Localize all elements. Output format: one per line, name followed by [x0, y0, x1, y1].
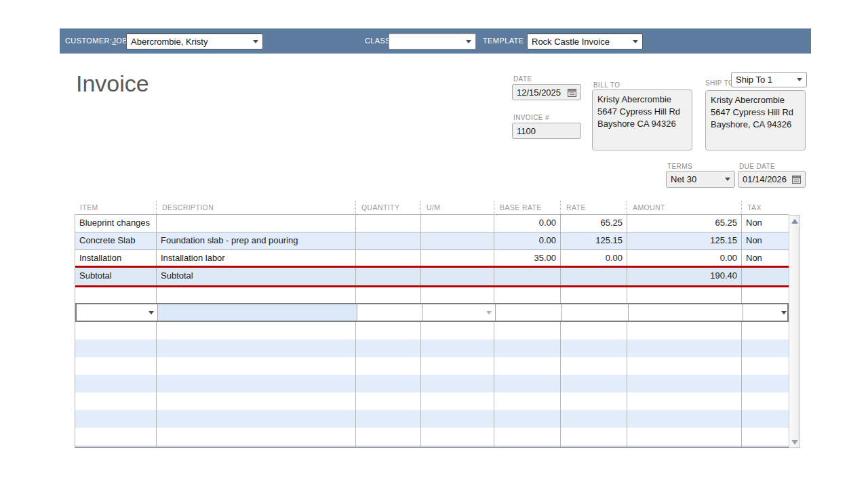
column-header-quantity[interactable]: QUANTITY [355, 201, 420, 214]
page-title: Invoice [76, 70, 149, 97]
table-row-empty[interactable] [75, 357, 789, 375]
invoice-number-label: INVOICE # [513, 114, 549, 121]
bill-to-line: Kristy Abercrombie [597, 94, 687, 106]
table-row-empty[interactable] [75, 428, 789, 445]
scroll-down-icon [791, 440, 798, 445]
um-select-cell[interactable] [422, 304, 496, 321]
table-row-empty[interactable] [75, 410, 789, 428]
rate-cell[interactable] [562, 304, 629, 321]
scroll-up-button[interactable] [789, 216, 800, 226]
column-header-base-rate[interactable]: BASE RATE [494, 201, 560, 214]
calendar-icon[interactable] [792, 175, 801, 184]
table-row[interactable]: Installation Installation labor 35.00 0.… [75, 250, 789, 268]
chevron-down-icon[interactable] [797, 78, 802, 81]
scroll-up-icon [791, 219, 798, 224]
column-header-tax[interactable]: TAX [741, 201, 789, 214]
scroll-down-button[interactable] [789, 436, 800, 447]
bill-to-label: BILL TO [593, 81, 620, 89]
table-row-empty[interactable] [75, 375, 789, 392]
ship-to-line: 5647 Cypress Hill Rd [711, 106, 800, 119]
table-scrollbar[interactable] [789, 215, 800, 448]
table-row-empty[interactable] [75, 392, 789, 410]
table-row[interactable]: Concrete Slab Foundation slab - prep and… [75, 232, 789, 250]
description-cell[interactable] [158, 304, 357, 321]
chevron-down-icon[interactable] [466, 40, 471, 43]
column-header-item[interactable]: ITEM [75, 201, 156, 214]
table-row-subtotal-highlighted[interactable]: Subtotal Subtotal 190.40 [75, 268, 789, 285]
chevron-down-icon[interactable] [725, 178, 730, 181]
item-select-cell[interactable] [77, 304, 158, 321]
due-date-value: 01/14/2026 [743, 174, 787, 184]
table-row-empty[interactable] [75, 285, 789, 303]
column-header-rate[interactable]: RATE [560, 201, 627, 214]
customer-job-label: CUSTOMER:JOB [65, 37, 127, 45]
tax-select-cell[interactable] [743, 304, 789, 321]
chevron-down-icon[interactable] [149, 311, 154, 314]
items-table-header: ITEM DESCRIPTION QUANTITY U/M BASE RATE … [75, 201, 789, 214]
chevron-down-icon[interactable] [633, 40, 638, 43]
ship-to-selected: Ship To 1 [736, 75, 772, 85]
invoice-number-value: 1100 [517, 126, 536, 136]
ship-to-box[interactable]: Kristy Abercrombie 5647 Cypress Hill Rd … [705, 90, 806, 150]
template-label: TEMPLATE [483, 37, 524, 45]
chevron-down-icon[interactable] [253, 40, 258, 43]
table-row-empty[interactable] [75, 322, 789, 340]
form-header-bar: CUSTOMER:JOB Abercrombie, Kristy CLASS T… [60, 28, 811, 54]
bill-to-box[interactable]: Kristy Abercrombie 5647 Cypress Hill Rd … [592, 89, 692, 150]
terms-label: TERMS [667, 163, 692, 170]
items-table: Blueprint changes 0.00 65.25 65.25 Non C… [75, 214, 789, 448]
base-rate-cell[interactable] [496, 304, 562, 321]
table-row-empty[interactable] [75, 445, 789, 448]
table-row-empty[interactable] [75, 340, 789, 357]
calendar-icon[interactable] [568, 88, 576, 97]
bill-to-line: Bayshore CA 94326 [597, 118, 687, 130]
terms-dropdown[interactable]: Net 30 [666, 171, 735, 188]
date-field[interactable]: 12/15/2025 [512, 84, 581, 100]
chevron-down-icon[interactable] [486, 311, 492, 314]
date-label: DATE [513, 75, 532, 83]
column-header-description[interactable]: DESCRIPTION [156, 201, 355, 214]
ship-to-line: Kristy Abercrombie [711, 94, 800, 106]
invoice-number-field[interactable]: 1100 [512, 123, 581, 139]
customer-job-value: Abercrombie, Kristy [131, 37, 208, 47]
ship-to-line: Bayshore, CA 94326 [711, 119, 800, 131]
due-date-label: DUE DATE [739, 163, 775, 170]
chevron-down-icon[interactable] [781, 311, 787, 314]
template-value: Rock Castle Invoice [532, 37, 610, 47]
date-value: 12/15/2025 [517, 87, 561, 98]
template-dropdown[interactable]: Rock Castle Invoice [527, 33, 643, 49]
table-row-active-edit[interactable] [75, 303, 789, 322]
class-label: CLASS [365, 37, 391, 45]
ship-to-dropdown[interactable]: Ship To 1 [731, 72, 807, 87]
column-header-um[interactable]: U/M [420, 201, 494, 214]
column-header-amount[interactable]: AMOUNT [627, 201, 741, 214]
due-date-field[interactable]: 01/14/2026 [738, 171, 806, 188]
class-dropdown[interactable] [389, 33, 476, 49]
bill-to-line: 5647 Cypress Hill Rd [597, 106, 687, 118]
table-row[interactable]: Blueprint changes 0.00 65.25 65.25 Non [75, 215, 789, 232]
quantity-cell[interactable] [357, 304, 422, 321]
customer-job-dropdown[interactable]: Abercrombie, Kristy [126, 33, 263, 49]
terms-value: Net 30 [671, 174, 696, 184]
amount-cell[interactable] [629, 304, 743, 321]
invoice-window: CUSTOMER:JOB Abercrombie, Kristy CLASS T… [0, 0, 868, 488]
ship-to-label: SHIP TO [705, 79, 734, 87]
